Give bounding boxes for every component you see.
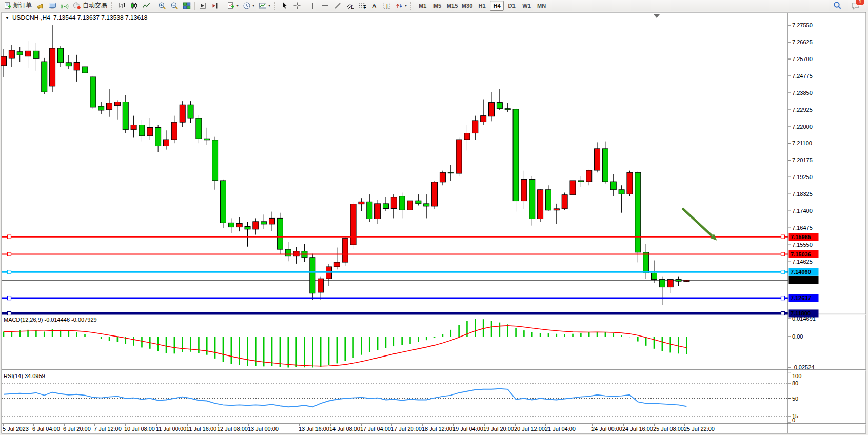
chart-shift-button[interactable] [209,0,221,11]
svg-text:7.27550: 7.27550 [792,22,813,28]
svg-text:7.15036: 7.15036 [791,251,811,258]
arrows-button[interactable]: ▾ [393,0,409,11]
svg-text:7.15550: 7.15550 [792,242,813,248]
horizontal-line-icon [321,2,329,10]
line-chart-button[interactable] [140,0,152,11]
tf-MN[interactable]: MN [535,1,548,11]
terminal-button[interactable] [46,0,58,11]
svg-text:7.18325: 7.18325 [792,191,813,197]
svg-text:7.24775: 7.24775 [792,73,813,79]
tf-H1[interactable]: H1 [475,1,489,11]
toolbar-grip [111,2,113,10]
chart-shift-icon [211,2,219,10]
svg-text:7.15985: 7.15985 [791,234,811,240]
indicators-button[interactable]: ▾ [225,0,241,11]
dropdown-caret-icon: ▾ [405,4,407,8]
toolbar-separator [154,2,154,10]
svg-text:25 Jul 22:00: 25 Jul 22:00 [684,426,715,432]
svg-text:13 Jul 16:00: 13 Jul 16:00 [299,426,329,432]
line-chart-icon [142,2,150,10]
auto-trading-label: 自动交易 [83,1,107,10]
search-button[interactable] [831,0,844,11]
trendline-button[interactable] [331,0,344,11]
svg-text:7.16475: 7.16475 [792,225,813,231]
svg-text:13 Jul 00:00: 13 Jul 00:00 [248,426,279,432]
svg-text:6 Jul 20:00: 6 Jul 20:00 [63,426,91,432]
tf-M5[interactable]: M5 [430,1,444,11]
svg-text:0.00: 0.00 [792,333,803,340]
horn-button[interactable] [34,0,46,11]
tf-D1[interactable]: D1 [505,1,519,11]
vertical-line-button[interactable] [307,0,319,11]
zoom-out-icon [170,2,179,10]
svg-text:50: 50 [792,396,798,402]
templates-button[interactable]: ▾ [257,0,272,11]
svg-text:14 Jul 08:00: 14 Jul 08:00 [329,426,360,432]
svg-text:A: A [372,3,377,9]
svg-text:20 Jul 12:00: 20 Jul 12:00 [514,426,545,432]
svg-text:7.23850: 7.23850 [792,90,813,96]
tf-H4[interactable]: H4 [490,1,504,11]
cursor-button[interactable] [279,0,291,11]
svg-text:7.17400: 7.17400 [792,208,813,214]
svg-text:17 Jul 04:00: 17 Jul 04:00 [360,426,391,432]
svg-text:7.22925: 7.22925 [792,107,813,113]
tf-M15[interactable]: M15 [445,1,459,11]
svg-text:7.13618: 7.13618 [791,277,811,283]
tile-windows-icon [183,2,191,10]
periods-button[interactable]: ▾ [241,0,257,11]
svg-text:24 Jul 16:00: 24 Jul 16:00 [622,426,653,432]
svg-text:7 Jul 12:00: 7 Jul 12:00 [94,426,122,432]
clock-icon [243,2,251,10]
text-button[interactable]: A [368,0,381,11]
svg-text:11 Jul 16:00: 11 Jul 16:00 [186,426,216,432]
svg-text:17 Jul 20:00: 17 Jul 20:00 [391,426,422,432]
svg-text:F: F [364,4,367,10]
toolbar-grip [274,2,277,10]
svg-text:7.21100: 7.21100 [792,140,812,146]
vertical-line-icon [309,2,317,10]
svg-text:6 Jul 04:00: 6 Jul 04:00 [32,426,60,432]
svg-text:19 Jul 20:00: 19 Jul 20:00 [483,426,514,432]
horizontal-line-button[interactable] [319,0,331,11]
toolbar-separator [194,2,195,10]
text-label-button[interactable]: T [381,0,393,11]
signal-icon [61,2,69,10]
cursor-arrow-icon [281,2,289,10]
svg-text:19 Jul 04:00: 19 Jul 04:00 [452,426,483,432]
svg-text:11 Jul 00:00: 11 Jul 00:00 [156,426,186,432]
tf-M1[interactable]: M1 [416,1,429,11]
equidistant-channel-button[interactable]: E [344,0,356,11]
indicators-icon [227,2,235,10]
candlestick-icon [130,2,138,10]
svg-text:0.014691: 0.014691 [792,315,816,322]
auto-trading-button[interactable]: 自动交易 [71,0,109,11]
crosshair-icon [293,2,301,10]
crosshair-button[interactable] [291,0,303,11]
bar-chart-button[interactable] [115,0,128,11]
notification-badge: 1 [855,0,865,6]
svg-text:7.19250: 7.19250 [792,174,813,180]
price-chart-canvas[interactable]: 7.275507.266257.257007.247757.238507.229… [0,0,868,435]
svg-text:80: 80 [792,380,798,386]
zoom-out-button[interactable] [168,0,181,11]
signal-button[interactable] [58,0,71,11]
fibonacci-icon: F [358,2,366,10]
auto-scroll-button[interactable] [196,0,209,11]
chat-button[interactable]: 1 [849,0,862,11]
terminal-icon [48,2,56,10]
equidistant-channel-icon: E [346,2,354,10]
auto-trading-icon [73,2,81,10]
toolbar-grip [410,2,413,10]
tf-W1[interactable]: W1 [520,1,534,11]
candlestick-button[interactable] [128,0,140,11]
zoom-in-button[interactable] [156,0,168,11]
dropdown-caret-icon: ▾ [236,4,239,8]
tile-windows-button[interactable] [181,0,193,11]
search-icon [833,1,842,10]
fibonacci-button[interactable]: F [356,0,368,11]
zoom-in-icon [158,2,166,10]
new-order-button[interactable]: 新订单 [2,0,34,11]
tf-M30[interactable]: M30 [460,1,474,11]
svg-text:21 Jul 04:00: 21 Jul 04:00 [545,426,576,432]
